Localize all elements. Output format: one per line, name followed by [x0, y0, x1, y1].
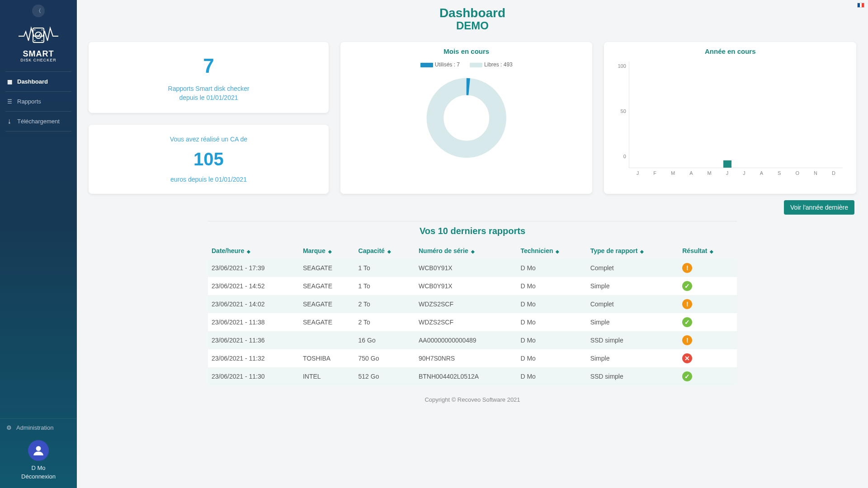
bar-chart: 100 50 0 JFMAMJJASOND: [618, 61, 843, 168]
cell-serial: WCB0Y91X: [415, 277, 517, 295]
cell-capacity: 1 To: [355, 277, 415, 295]
cell-serial: WDZS2SCF: [415, 295, 517, 313]
col-date[interactable]: Date/heure ◆: [208, 243, 299, 259]
table-row[interactable]: 23/06/2021 - 14:02SEAGATE2 ToWDZS2SCFD M…: [208, 295, 737, 313]
cell-serial: BTNH004402L0512A: [415, 367, 517, 385]
status-badge: !: [682, 263, 692, 273]
sidebar-item-reports[interactable]: ☰ Rapports: [0, 93, 77, 110]
bar-chart-xlabels: JFMAMJJASOND: [629, 170, 843, 176]
cell-capacity: 2 To: [355, 295, 415, 313]
cell-date: 23/06/2021 - 14:52: [208, 277, 299, 295]
list-icon: ☰: [6, 99, 13, 105]
product-logo: SMART DISK CHECKER: [12, 22, 65, 67]
cell-brand: SEAGATE: [299, 313, 355, 331]
legend-free: Libres : 493: [484, 61, 513, 68]
cell-type: Simple: [587, 313, 679, 331]
cell-tech: D Mo: [517, 331, 586, 349]
status-badge: ✓: [682, 371, 692, 381]
sidebar-item-download[interactable]: ⭳ Téléchargement: [0, 113, 77, 130]
chevron-left-icon: 〈: [36, 7, 41, 15]
page-title: Dashboard: [89, 6, 856, 20]
svg-point-5: [42, 40, 42, 41]
reports-count-value: 7: [198, 53, 219, 79]
cell-serial: WCB0Y91X: [415, 259, 517, 277]
cell-type: SSD simple: [587, 331, 679, 349]
svg-point-2: [34, 29, 35, 30]
cell-capacity: 2 To: [355, 313, 415, 331]
col-capacity[interactable]: Capacité ◆: [355, 243, 415, 259]
col-serial[interactable]: Numéro de série ◆: [415, 243, 517, 259]
sort-icon: ◆: [556, 249, 559, 254]
donut-legend: Utilisés : 7 Libres : 493: [354, 61, 579, 68]
status-badge: ✓: [682, 281, 692, 291]
cell-type: Simple: [587, 349, 679, 367]
status-badge: ✓: [682, 317, 692, 327]
topbar: [77, 0, 868, 8]
table-row[interactable]: 23/06/2021 - 11:30INTEL512 GoBTNH004402L…: [208, 367, 737, 385]
cell-brand: TOSHIBA: [299, 349, 355, 367]
divider: [208, 221, 737, 221]
bar: [723, 160, 731, 168]
sidebar-item-label: Dashboard: [17, 78, 48, 85]
disk-checker-icon: [18, 23, 59, 47]
cell-type: Complet: [587, 295, 679, 313]
card-revenue: Vous avez réalisé un CA de 105 euros dep…: [89, 125, 329, 194]
language-selector[interactable]: [857, 3, 864, 8]
status-badge: !: [682, 299, 692, 309]
card-month-usage: Mois en cours Utilisés : 7 Libres : 493: [340, 42, 593, 194]
sidebar-collapse-button[interactable]: 〈: [32, 5, 45, 17]
cell-capacity: 16 Go: [355, 331, 415, 349]
page-subtitle: DEMO: [89, 19, 856, 32]
table-row[interactable]: 23/06/2021 - 14:52SEAGATE1 ToWCB0Y91XD M…: [208, 277, 737, 295]
download-icon: ⭳: [6, 118, 13, 125]
cell-date: 23/06/2021 - 11:36: [208, 331, 299, 349]
col-brand[interactable]: Marque ◆: [299, 243, 355, 259]
user-icon: [33, 445, 44, 456]
user-name: D Mo: [21, 465, 56, 471]
cell-type: Complet: [587, 259, 679, 277]
brand-name: SMART: [18, 50, 59, 58]
col-tech[interactable]: Technicien ◆: [517, 243, 586, 259]
cell-brand: SEAGATE: [299, 259, 355, 277]
revenue-value: 105: [188, 147, 229, 171]
cell-tech: D Mo: [517, 367, 586, 385]
cell-result: ✓: [679, 277, 737, 295]
table-row[interactable]: 23/06/2021 - 11:38SEAGATE2 ToWDZS2SCFD M…: [208, 313, 737, 331]
table-row[interactable]: 23/06/2021 - 17:39SEAGATE1 ToWCB0Y91XD M…: [208, 259, 737, 277]
main: Dashboard DEMO 7 Rapports Smart disk che…: [77, 0, 868, 488]
status-badge: ✕: [682, 353, 692, 363]
col-type[interactable]: Type de rapport ◆: [587, 243, 679, 259]
cell-serial: 90H7S0NRS: [415, 349, 517, 367]
table-row[interactable]: 23/06/2021 - 11:3616 GoAA00000000000489D…: [208, 331, 737, 349]
card-year-usage: Année en cours 100 50 0 JFMAMJJASOND: [604, 42, 856, 194]
sidebar-nav: ▦ Dashboard ☰ Rapports ⭳ Téléchargement: [0, 70, 77, 132]
card-month-title: Mois en cours: [340, 42, 593, 58]
cell-date: 23/06/2021 - 11:38: [208, 313, 299, 331]
cell-type: Simple: [587, 277, 679, 295]
brand-subtitle: DISK CHECKER: [18, 58, 59, 62]
cell-capacity: 750 Go: [355, 349, 415, 367]
overview-cards: 7 Rapports Smart disk checker depuis le …: [89, 42, 856, 194]
col-result[interactable]: Résultat ◆: [679, 243, 737, 259]
grid-icon: ▦: [6, 79, 13, 85]
cell-brand: SEAGATE: [299, 295, 355, 313]
sidebar-item-admin[interactable]: ⚙ Administration: [0, 418, 77, 436]
cell-serial: WDZS2SCF: [415, 313, 517, 331]
sidebar-item-label: Administration: [16, 424, 53, 431]
avatar[interactable]: [28, 440, 49, 461]
user-block: D Mo Déconnexion: [21, 436, 56, 480]
sort-icon: ◆: [710, 249, 713, 254]
sidebar-item-label: Téléchargement: [17, 118, 60, 125]
sidebar-item-dashboard[interactable]: ▦ Dashboard: [0, 73, 77, 90]
cell-result: ✓: [679, 367, 737, 385]
cell-date: 23/06/2021 - 14:02: [208, 295, 299, 313]
sort-icon: ◆: [387, 249, 391, 254]
cell-brand: SEAGATE: [299, 277, 355, 295]
card-reports-count: 7 Rapports Smart disk checker depuis le …: [89, 42, 329, 113]
cell-date: 23/06/2021 - 11:32: [208, 349, 299, 367]
cell-type: SSD simple: [587, 367, 679, 385]
cell-tech: D Mo: [517, 313, 586, 331]
view-last-year-button[interactable]: Voir l'année dernière: [784, 200, 854, 215]
logout-link[interactable]: Déconnexion: [21, 473, 56, 480]
table-row[interactable]: 23/06/2021 - 11:32TOSHIBA750 Go90H7S0NRS…: [208, 349, 737, 367]
